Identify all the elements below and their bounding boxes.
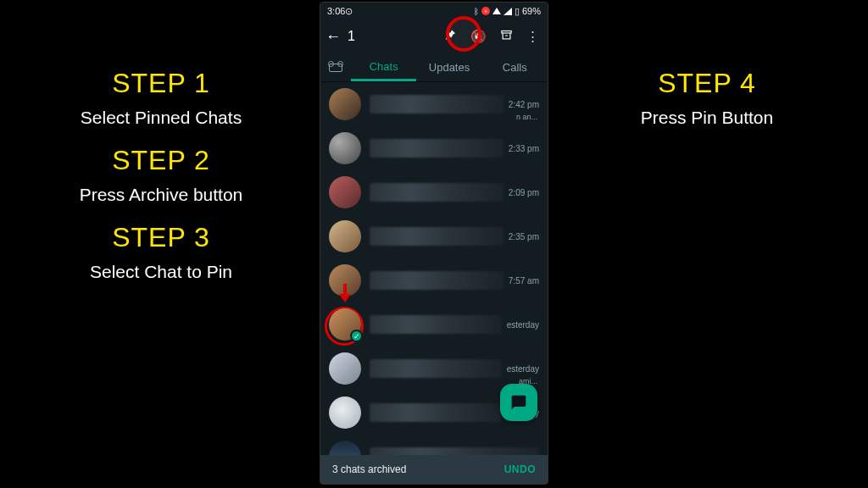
step-4-title: STEP 4 <box>571 68 843 99</box>
snackbar-text: 3 chats archived <box>332 463 406 475</box>
chat-preview-blur <box>370 359 502 378</box>
chat-time: esterday <box>507 364 539 374</box>
chat-subtext: n an... <box>516 113 537 121</box>
chat-preview-blur <box>370 271 504 290</box>
selection-count: 1 <box>348 29 355 44</box>
avatar[interactable] <box>329 176 361 208</box>
back-icon[interactable]: ← <box>326 28 341 46</box>
archive-icon[interactable] <box>497 29 516 44</box>
mute-icon[interactable]: 🔇 <box>467 29 490 44</box>
battery-percent: 69% <box>522 6 541 16</box>
chat-time: 2:33 pm <box>509 144 539 153</box>
android-statusbar: 3:06 ⊙ ᛒ + ▯ 69% <box>320 3 548 19</box>
phone-frame: 3:06 ⊙ ᛒ + ▯ 69% ← 1 🔇 ⋮ Chats Updates C… <box>320 2 548 485</box>
step-4-desc: Press Pin Button <box>571 108 843 128</box>
chat-preview-blur <box>370 315 502 334</box>
avatar[interactable] <box>329 264 361 297</box>
tab-updates[interactable]: Updates <box>416 53 481 81</box>
chat-row[interactable]: 2:33 pm <box>320 126 548 170</box>
tab-chats[interactable]: Chats <box>351 53 416 81</box>
left-instructions: STEP 1 Select Pinned Chats STEP 2 Press … <box>25 51 297 282</box>
avatar[interactable]: ✓ <box>329 308 361 341</box>
chat-row[interactable] <box>320 435 548 455</box>
svg-rect-0 <box>502 31 511 34</box>
overflow-menu-icon[interactable]: ⋮ <box>523 29 542 44</box>
signal-icon <box>504 8 512 15</box>
tab-bar: Chats Updates Calls <box>320 53 548 82</box>
archive-snackbar: 3 chats archived UNDO <box>320 455 548 484</box>
statusbar-right: ᛒ + ▯ 69% <box>474 6 541 17</box>
avatar[interactable] <box>329 220 361 252</box>
chat-preview-blur <box>370 447 539 455</box>
avatar[interactable] <box>329 132 361 164</box>
notification-badge-icon: + <box>481 7 490 15</box>
chat-preview-blur <box>370 139 504 158</box>
battery-icon: ▯ <box>515 6 520 17</box>
statusbar-time: 3:06 <box>327 6 345 16</box>
right-instructions: STEP 4 Press Pin Button <box>571 51 843 128</box>
chat-time: 2:42 pm <box>509 100 539 109</box>
new-chat-fab[interactable] <box>500 384 537 421</box>
chat-time: 7:57 am <box>509 276 539 286</box>
chat-list[interactable]: 2:42 pm n an... 2:33 pm 2:09 pm 2:35 pm … <box>320 82 548 455</box>
selected-check-icon: ✓ <box>350 330 363 342</box>
avatar[interactable] <box>329 88 361 120</box>
chat-preview-blur <box>370 403 502 422</box>
step-1-desc: Select Pinned Chats <box>25 108 297 128</box>
chat-row[interactable]: 2:35 pm <box>320 214 548 258</box>
step-2-title: STEP 2 <box>25 145 297 176</box>
step-3-desc: Select Chat to Pin <box>25 262 297 282</box>
wifi-icon <box>492 8 501 14</box>
avatar[interactable] <box>329 396 361 429</box>
chat-time: 2:35 pm <box>509 232 539 241</box>
chat-preview-blur <box>370 183 504 202</box>
pin-icon[interactable] <box>440 29 460 45</box>
step-2-desc: Press Archive button <box>25 185 297 205</box>
bluetooth-icon: ᛒ <box>474 7 479 16</box>
chat-time: esterday <box>507 320 539 330</box>
step-3-title: STEP 3 <box>25 222 297 253</box>
chat-row-selected[interactable]: ✓ esterday <box>320 302 548 347</box>
avatar[interactable] <box>329 352 361 385</box>
chat-time: 2:09 pm <box>509 188 539 197</box>
avatar[interactable] <box>329 441 361 455</box>
step-1-title: STEP 1 <box>25 68 297 99</box>
tab-calls[interactable]: Calls <box>482 53 548 81</box>
chat-row[interactable]: 7:57 am <box>320 258 548 302</box>
undo-button[interactable]: UNDO <box>504 463 536 475</box>
tab-communities[interactable] <box>320 53 351 81</box>
communities-icon <box>329 64 342 72</box>
selection-toolbar: ← 1 🔇 ⋮ <box>320 19 548 53</box>
chat-preview-blur <box>370 95 504 114</box>
chat-preview-blur <box>370 227 504 246</box>
chat-row[interactable]: 2:09 pm <box>320 170 548 214</box>
chat-row[interactable]: 2:42 pm n an... <box>320 82 548 126</box>
